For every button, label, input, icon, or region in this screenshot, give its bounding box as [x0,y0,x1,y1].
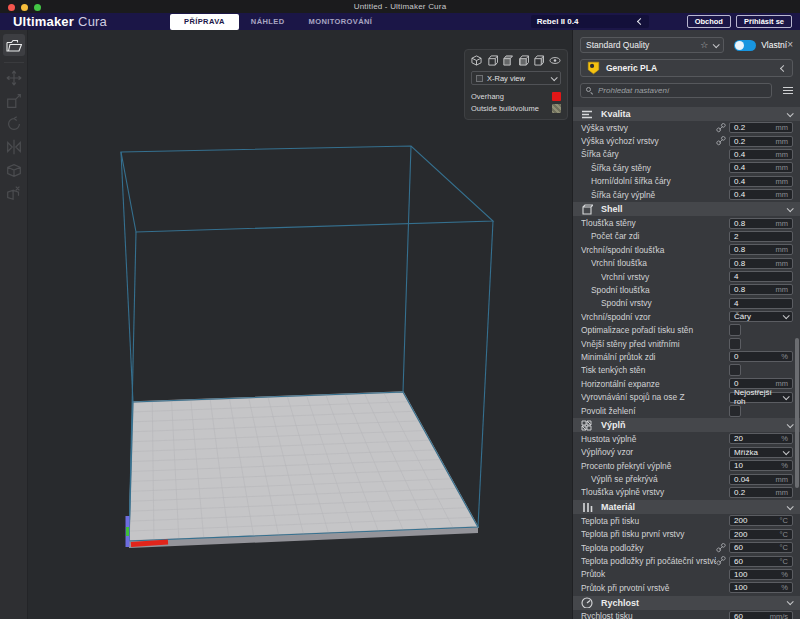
folder-icon [6,39,22,52]
close-window-button[interactable] [8,4,15,11]
settings-scrollbar[interactable] [795,338,799,488]
setting-dropdown[interactable]: Mřížka [729,447,793,458]
setting-value-field[interactable]: 100% [729,582,793,593]
link-icon [716,543,726,553]
chevron-down-icon [783,313,790,320]
setting-unit: mm [776,245,789,254]
setting-value-field[interactable]: 0.4mm [729,189,793,200]
sign-in-button[interactable]: Přihlásit se [736,15,792,28]
scale-tool-icon [5,92,23,110]
move-tool[interactable] [3,67,25,88]
setting-value: 200 [734,530,780,539]
stage-tab-2[interactable]: MONITOROVÁNÍ [297,14,385,29]
setting-value-field[interactable]: 20% [729,433,793,444]
search-input[interactable] [598,86,766,95]
section-header-rychlost[interactable]: Rychlost [573,596,800,610]
setting-value-field[interactable]: 4 [729,271,793,282]
profile-name: Standard Quality [586,40,700,50]
printer-selector[interactable]: Rebel II 0.4 [531,15,649,28]
setting-label: Teplota při tisku [581,516,729,526]
setting-value: 0.2 [734,488,776,497]
marketplace-button[interactable]: Obchod [687,15,731,28]
setting-unit: % [781,570,788,579]
stage-tab-0[interactable]: PŘÍPRAVA [170,14,239,30]
setting-value: 0.4 [734,163,776,172]
scale-tool[interactable] [3,90,25,111]
open-file-button[interactable] [3,34,25,56]
setting-value-field[interactable]: 0.2mm [729,136,793,147]
setting-unit: % [781,352,788,361]
star-icon[interactable]: ☆ [700,41,708,50]
setting-row: Průtok100% [573,568,800,581]
setting-value-field[interactable]: 100% [729,569,793,580]
setting-unit: mm [776,190,789,199]
settings-menu-icon[interactable] [777,87,793,95]
material-selector[interactable]: Generic PLA [580,59,793,77]
settings-search[interactable] [580,83,772,98]
section-header-kvalita[interactable]: Kvalita [573,107,800,121]
setting-value-field[interactable]: 0.4mm [729,149,793,160]
setting-value-field[interactable]: 0.2mm [729,487,793,498]
setting-value-field[interactable]: 0.8mm [729,258,793,269]
build-plate [129,392,478,548]
setting-value-field[interactable]: 0.2mm [729,122,793,133]
setting-checkbox[interactable] [729,338,741,350]
camera-projection-button[interactable] [549,55,561,66]
setting-row: Teplota při tisku první vrstvy200°C [573,528,800,541]
setting-label: Procento překrytí výplně [581,461,729,471]
setting-row: Výplň se překrývá0.04mm [573,472,800,485]
mirror-tool[interactable] [3,136,25,157]
setting-value-field[interactable]: 60°C [729,542,793,553]
setting-value-field[interactable]: 0.4mm [729,176,793,187]
per-model-settings-tool[interactable] [3,159,25,180]
setting-checkbox[interactable] [729,324,741,336]
setting-checkbox[interactable] [729,405,741,417]
setting-unit: % [781,583,788,592]
section-header-shell[interactable]: Shell [573,202,800,216]
setting-dropdown[interactable]: Čáry [729,311,793,322]
profile-selector[interactable]: Standard Quality ☆ [580,37,724,53]
viewport-3d[interactable]: X-Ray view OverhangOutside buildvolume [28,30,572,619]
stage-tab-1[interactable]: NÁHLED [239,14,297,29]
setting-value-field[interactable]: 0.8mm [729,218,793,229]
setting-value-field[interactable]: 2 [729,231,793,242]
close-panel-icon[interactable]: × [787,40,793,50]
setting-row: Výška vrstvy0.2mm [573,121,800,134]
render-mode-dropdown[interactable]: X-Ray view [471,71,561,85]
chevron-down-icon [787,110,794,117]
rotate-tool[interactable] [3,113,25,134]
setting-label: Šířka čáry výplně [591,190,729,200]
setting-value-field[interactable]: 200°C [729,515,793,526]
mirror-tool-icon [5,138,23,156]
setting-value-field[interactable]: 200°C [729,529,793,540]
zoom-window-button[interactable] [34,4,41,11]
setting-value-field[interactable]: 60°C [729,556,793,567]
setting-value-field[interactable]: 0.04mm [729,474,793,485]
setting-label: Průtok při prvotní vrstvě [581,583,729,593]
section-header-material[interactable]: Materiál [573,500,800,514]
support-blocker-tool[interactable] [3,182,25,203]
setting-dropdown[interactable]: Nejostřejší roh [729,392,793,403]
link-icon [716,556,726,566]
setting-value-field[interactable]: 0.8mm [729,244,793,255]
view-top-button[interactable] [502,55,513,66]
setting-checkbox[interactable] [729,364,741,376]
view-right-button[interactable] [533,55,544,66]
setting-label: Hustota výplně [581,434,729,444]
setting-value-field[interactable]: 0.4mm [729,162,793,173]
setting-value-field[interactable]: 60mm/s [729,611,793,619]
view-3d-button[interactable] [471,55,482,66]
setting-value: Mřížka [734,448,783,457]
setting-value-field[interactable]: 10% [729,460,793,471]
setting-value: 0.4 [734,190,776,199]
section-header-vypln[interactable]: Výplň [573,418,800,432]
view-front-button[interactable] [487,55,498,66]
minimize-window-button[interactable] [21,4,28,11]
layers-icon [581,109,593,120]
setting-value-field[interactable]: 4 [729,298,793,309]
setting-value-field[interactable]: 0.8mm [729,284,793,295]
custom-settings-toggle[interactable] [734,40,756,51]
view-left-button[interactable] [518,55,529,66]
setting-value-field[interactable]: 0% [729,351,793,362]
setting-value: 60 [734,612,770,619]
